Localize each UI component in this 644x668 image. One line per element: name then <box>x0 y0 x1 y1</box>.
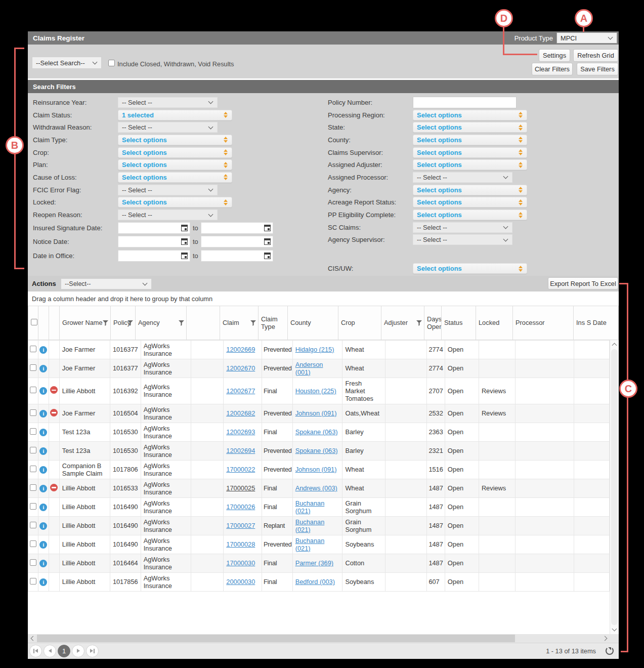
filter-multiselect-acreage-report-status[interactable]: Select options <box>413 197 527 207</box>
row-checkbox[interactable] <box>30 578 36 584</box>
scroll-down-button[interactable] <box>610 625 619 634</box>
filter-multiselect-plan[interactable]: Select options <box>118 159 232 170</box>
calendar-icon-button[interactable] <box>264 238 273 245</box>
column-header-locked[interactable]: Locked <box>476 306 513 340</box>
county-link[interactable]: Buchanan (021) <box>295 537 325 552</box>
pager-next-button[interactable] <box>72 645 84 657</box>
filter-funnel-icon[interactable] <box>103 320 108 326</box>
actions-select[interactable]: --Select-- <box>61 278 152 289</box>
filter-select-withdrawal-reason[interactable]: -- Select -- <box>118 122 218 133</box>
column-header-days-open[interactable]: Days Open <box>424 306 442 340</box>
county-link[interactable]: Buchanan (021) <box>295 499 325 515</box>
date-input[interactable] <box>118 250 190 262</box>
claim-link[interactable]: 12002669 <box>226 346 255 353</box>
claim-link[interactable]: 17000030 <box>226 559 255 567</box>
filter-multiselect-locked[interactable]: Select options <box>118 197 232 207</box>
info-icon[interactable]: i <box>39 387 47 395</box>
county-link[interactable]: Bedford (003) <box>295 578 335 586</box>
filter-select-assigned-processor[interactable]: -- Select -- <box>413 172 512 183</box>
filter-select-reinsurance-year[interactable]: -- Select -- <box>118 97 218 108</box>
horizontal-scroll-thumb[interactable] <box>37 635 515 642</box>
date-input[interactable] <box>118 236 190 247</box>
county-link[interactable]: Houston (225) <box>295 387 336 395</box>
claim-link[interactable]: 17000022 <box>226 466 255 473</box>
saved-search-select[interactable]: --Select Search-- <box>32 57 102 69</box>
row-checkbox[interactable] <box>30 428 36 435</box>
filter-multiselect-state[interactable]: Select options <box>413 122 527 133</box>
claim-link[interactable]: 12002694 <box>226 447 255 454</box>
filter-multiselect-claims-supervisor[interactable]: Select options <box>413 147 527 158</box>
filter-multiselect-county[interactable]: Select options <box>413 135 527 145</box>
info-icon[interactable]: i <box>39 447 47 455</box>
export-to-excel-button[interactable]: Export Report To Excel <box>548 277 618 289</box>
county-link[interactable]: Anderson (001) <box>295 361 323 376</box>
filter-input-policy-number[interactable] <box>413 97 517 108</box>
calendar-icon-button[interactable] <box>264 253 273 259</box>
filter-multiselect-assigned-adjuster[interactable]: Select options <box>413 159 527 170</box>
select-all-checkbox[interactable] <box>31 319 37 325</box>
claim-link[interactable]: 17000028 <box>226 540 255 548</box>
county-link[interactable]: Spokane (063) <box>295 428 338 436</box>
info-icon[interactable]: i <box>39 466 47 474</box>
row-checkbox[interactable] <box>30 540 36 547</box>
column-header-empty[interactable] <box>38 306 49 340</box>
pager-last-button[interactable] <box>86 645 99 657</box>
claim-link[interactable]: 17000027 <box>226 522 255 529</box>
date-input[interactable] <box>201 250 273 262</box>
info-icon[interactable]: i <box>39 578 47 586</box>
claim-link[interactable]: 12002693 <box>226 428 255 436</box>
filter-funnel-icon[interactable] <box>416 320 422 326</box>
vertical-scrollbar[interactable] <box>610 340 618 634</box>
pager-page-1[interactable]: 1 <box>58 645 70 657</box>
claim-link[interactable]: 12002670 <box>226 364 255 372</box>
column-header-adjuster[interactable]: Adjuster <box>381 306 424 340</box>
horizontal-scrollbar[interactable] <box>28 634 619 643</box>
filter-multiselect-claim-type[interactable]: Select options <box>118 135 232 145</box>
column-header-processor[interactable]: Processor <box>513 306 574 340</box>
filter-multiselect-cause-of-loss[interactable]: Select options <box>118 172 232 183</box>
claim-link[interactable]: 20000030 <box>226 578 255 586</box>
scroll-right-button[interactable] <box>601 634 610 643</box>
settings-button[interactable]: Settings <box>539 49 570 62</box>
county-link[interactable]: Hidalgo (215) <box>295 346 334 353</box>
county-link[interactable]: Johnson (091) <box>295 466 337 473</box>
column-header-claim[interactable]: Claim <box>220 306 259 340</box>
filter-select-fcic-error-flag[interactable]: -- Select -- <box>118 185 218 195</box>
column-header-empty[interactable] <box>49 306 60 340</box>
column-header-ins-s-date[interactable]: Ins S Date <box>574 306 619 340</box>
column-header-empty[interactable] <box>28 306 38 340</box>
claim-link[interactable]: 12002677 <box>226 387 255 395</box>
include-closed-checkbox[interactable] <box>108 60 115 66</box>
info-icon[interactable]: i <box>39 346 47 354</box>
product-type-select[interactable]: MPCI <box>556 32 617 44</box>
calendar-icon-button[interactable] <box>181 225 190 231</box>
filter-multiselect-cis-uw[interactable]: Select options <box>413 263 527 274</box>
column-header-crop[interactable]: Crop <box>338 306 381 340</box>
row-checkbox[interactable] <box>30 346 36 352</box>
row-checkbox[interactable] <box>30 447 36 453</box>
info-icon[interactable]: i <box>39 410 47 418</box>
calendar-icon-button[interactable] <box>181 253 190 259</box>
filter-select-agency-supervisor[interactable]: -- Select -- <box>413 234 512 245</box>
filter-multiselect-agency[interactable]: Select options <box>413 185 527 195</box>
row-checkbox[interactable] <box>30 387 36 393</box>
info-icon[interactable]: i <box>39 522 47 530</box>
date-input[interactable] <box>118 222 190 234</box>
claim-link[interactable]: 17000026 <box>226 503 255 511</box>
row-checkbox[interactable] <box>30 503 36 510</box>
date-input[interactable] <box>201 222 273 234</box>
row-checkbox[interactable] <box>30 522 36 528</box>
info-icon[interactable]: i <box>39 541 47 549</box>
county-link[interactable]: Parmer (369) <box>295 559 333 567</box>
column-header-policy[interactable]: Policy <box>111 306 136 340</box>
filter-funnel-icon[interactable] <box>179 320 184 326</box>
filter-multiselect-crop[interactable]: Select options <box>118 147 232 158</box>
filter-multiselect-processing-region[interactable]: Select options <box>413 110 527 120</box>
date-input[interactable] <box>201 236 273 247</box>
claim-link[interactable]: 17000025 <box>226 484 255 492</box>
row-checkbox[interactable] <box>30 409 36 416</box>
scroll-up-button[interactable] <box>610 340 619 349</box>
filter-multiselect-claim-status[interactable]: 1 selected <box>118 110 232 120</box>
pager-prev-button[interactable] <box>44 645 56 657</box>
info-icon[interactable]: i <box>39 560 47 567</box>
